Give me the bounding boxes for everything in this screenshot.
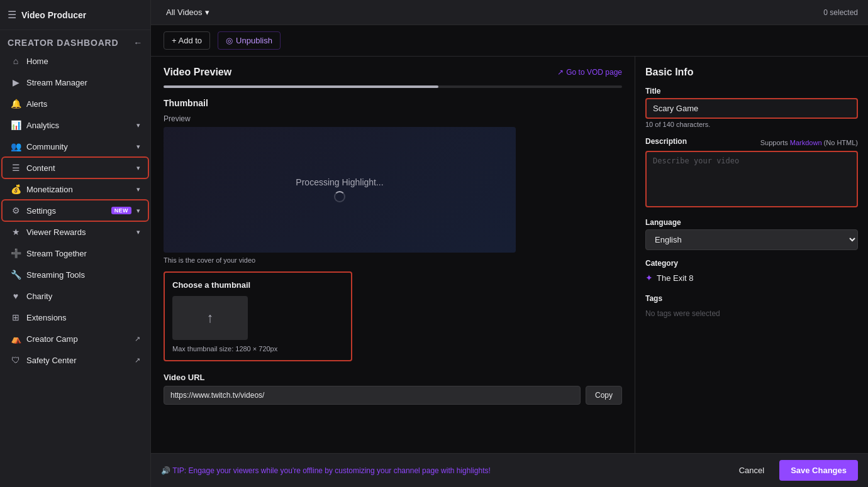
unpublish-label: Unpublish bbox=[236, 36, 272, 45]
add-to-button[interactable]: + Add to bbox=[164, 31, 210, 50]
preview-label: Preview bbox=[164, 114, 622, 123]
safety-center-icon: 🛡 bbox=[10, 355, 21, 365]
cover-caption: This is the cover of your video bbox=[164, 256, 622, 264]
hamburger-icon[interactable]: ☰ bbox=[8, 9, 16, 21]
external-link-icon: ↗ bbox=[135, 335, 140, 343]
video-url-label: Video URL bbox=[164, 373, 622, 382]
markdown-hint: Supports Markdown (No HTML) bbox=[760, 139, 858, 146]
sidebar-item-analytics[interactable]: 📊 Analytics ▾ bbox=[3, 115, 148, 135]
alerts-icon: 🔔 bbox=[10, 99, 21, 109]
creator-camp-icon: ⛺ bbox=[10, 334, 21, 344]
video-url-section: Video URL Copy bbox=[164, 373, 622, 405]
sidebar-item-stream-manager[interactable]: ▶ Stream Manager bbox=[3, 72, 148, 92]
language-select[interactable]: English bbox=[645, 229, 858, 250]
category-label: Category bbox=[645, 259, 858, 268]
sidebar-item-charity[interactable]: ♥ Charity bbox=[3, 286, 148, 306]
title-input[interactable] bbox=[645, 98, 858, 119]
extensions-icon: ⊞ bbox=[10, 312, 21, 322]
video-preview-box: Processing Highlight... bbox=[164, 127, 516, 253]
choose-thumbnail-box: Choose a thumbnail ↑ Max thumbnail size:… bbox=[164, 271, 352, 361]
basic-info-title: Basic Info bbox=[645, 67, 858, 78]
video-url-input[interactable] bbox=[164, 386, 581, 405]
loading-spinner bbox=[334, 191, 345, 202]
tip-emoji: 🔊 bbox=[161, 466, 170, 475]
description-label: Description bbox=[645, 137, 687, 146]
sidebar: ☰ Video Producer CREATOR DASHBOARD ← ⌂ H… bbox=[0, 0, 151, 487]
sidebar-item-alerts[interactable]: 🔔 Alerts bbox=[3, 94, 148, 114]
bottom-bar: 🔊 TIP: Engage your viewers while you're … bbox=[151, 453, 868, 487]
app-title: Video Producer bbox=[21, 10, 86, 20]
sidebar-item-community[interactable]: 👥 Community ▾ bbox=[3, 136, 148, 156]
videos-dropdown[interactable]: All Videos ▾ bbox=[161, 5, 214, 19]
sidebar-item-extensions[interactable]: ⊞ Extensions bbox=[3, 307, 148, 327]
tip-message: TIP: Engage your viewers while you're of… bbox=[172, 466, 491, 475]
cancel-button[interactable]: Cancel bbox=[730, 461, 773, 480]
add-to-label: + Add to bbox=[172, 36, 202, 45]
creator-dashboard-label: CREATOR DASHBOARD ← bbox=[0, 30, 150, 50]
basic-info-panel: Basic Info Title 10 of 140 characters. D… bbox=[635, 57, 868, 453]
selected-count: 0 selected bbox=[823, 8, 858, 17]
video-edit-panel: Video Preview ↗ Go to VOD page Thumbnail… bbox=[151, 57, 635, 453]
sidebar-header: ☰ Video Producer bbox=[0, 0, 150, 30]
unpublish-button[interactable]: ◎ Unpublish bbox=[218, 31, 281, 50]
settings-icon: ⚙ bbox=[10, 205, 21, 216]
top-toolbar: All Videos ▾ 0 selected bbox=[151, 0, 868, 25]
sidebar-item-home[interactable]: ⌂ Home bbox=[3, 51, 148, 71]
community-icon: 👥 bbox=[10, 141, 21, 151]
stream-together-icon: ➕ bbox=[10, 248, 21, 258]
go-to-vod-link[interactable]: ↗ Go to VOD page bbox=[557, 68, 622, 77]
title-label: Title bbox=[645, 87, 858, 96]
charity-icon: ♥ bbox=[10, 291, 21, 301]
analytics-icon: 📊 bbox=[10, 120, 21, 130]
progress-bar bbox=[164, 85, 622, 88]
progress-bar-fill bbox=[164, 85, 438, 88]
language-field-group: Language English bbox=[645, 218, 858, 250]
sidebar-item-monetization[interactable]: 💰 Monetization ▾ bbox=[3, 179, 148, 199]
category-name: The Exit 8 bbox=[657, 273, 694, 283]
choose-thumbnail-title: Choose a thumbnail bbox=[172, 280, 343, 290]
description-field-group: Description Supports Markdown (No HTML) bbox=[645, 137, 858, 209]
markdown-link[interactable]: Markdown bbox=[790, 139, 822, 146]
save-changes-button[interactable]: Save Changes bbox=[779, 460, 858, 481]
tags-label: Tags bbox=[645, 294, 858, 303]
sidebar-item-settings[interactable]: ⚙ Settings NEW ▾ bbox=[3, 200, 148, 221]
tags-field-group: Tags No tags were selected bbox=[645, 294, 858, 322]
title-field-group: Title 10 of 140 characters. bbox=[645, 87, 858, 128]
sidebar-item-viewer-rewards[interactable]: ★ Viewer Rewards ▾ bbox=[3, 222, 148, 242]
url-input-row: Copy bbox=[164, 386, 622, 405]
sidebar-item-stream-together[interactable]: ➕ Stream Together bbox=[3, 243, 148, 263]
dropdown-arrow-icon: ▾ bbox=[205, 8, 209, 17]
video-preview-image bbox=[164, 127, 516, 253]
content-arrow: ▾ bbox=[136, 164, 140, 172]
description-header-row: Description Supports Markdown (No HTML) bbox=[645, 137, 858, 148]
category-value[interactable]: ✦ The Exit 8 bbox=[645, 270, 858, 285]
sidebar-item-safety-center[interactable]: 🛡 Safety Center ↗ bbox=[3, 350, 148, 370]
sidebar-item-streaming-tools[interactable]: 🔧 Streaming Tools bbox=[3, 265, 148, 285]
category-field-group: Category ✦ The Exit 8 bbox=[645, 259, 858, 285]
char-count: 10 of 140 characters. bbox=[645, 121, 858, 128]
split-panel: Video Preview ↗ Go to VOD page Thumbnail… bbox=[151, 57, 868, 453]
external-link-icon-2: ↗ bbox=[135, 356, 140, 364]
monetization-arrow: ▾ bbox=[136, 185, 140, 194]
language-label: Language bbox=[645, 218, 858, 227]
thumbnail-upload-box[interactable]: ↑ bbox=[172, 296, 248, 340]
sidebar-item-creator-camp[interactable]: ⛺ Creator Camp ↗ bbox=[3, 329, 148, 349]
content-icon: ☰ bbox=[10, 163, 21, 173]
streaming-tools-icon: 🔧 bbox=[10, 270, 21, 280]
thumbnail-section-title: Thumbnail bbox=[164, 98, 622, 108]
settings-arrow: ▾ bbox=[136, 207, 140, 215]
category-icon: ✦ bbox=[645, 273, 653, 283]
action-bar: + Add to ◎ Unpublish bbox=[151, 25, 868, 57]
stream-manager-icon: ▶ bbox=[10, 77, 21, 87]
copy-url-button[interactable]: Copy bbox=[586, 386, 622, 405]
thumbnail-size-hint: Max thumbnail size: 1280 × 720px bbox=[172, 345, 343, 353]
upload-icon: ↑ bbox=[207, 310, 214, 326]
main-content: All Videos ▾ 0 selected + Add to ◎ Unpub… bbox=[151, 0, 868, 487]
video-preview-title: Video Preview bbox=[164, 67, 231, 78]
description-textarea[interactable] bbox=[645, 151, 858, 207]
viewer-rewards-icon: ★ bbox=[10, 227, 21, 237]
monetization-icon: 💰 bbox=[10, 184, 21, 194]
sidebar-item-content[interactable]: ☰ Content ▾ bbox=[3, 158, 148, 178]
viewer-rewards-arrow: ▾ bbox=[136, 228, 140, 236]
panel-header-row: Video Preview ↗ Go to VOD page bbox=[164, 67, 622, 78]
